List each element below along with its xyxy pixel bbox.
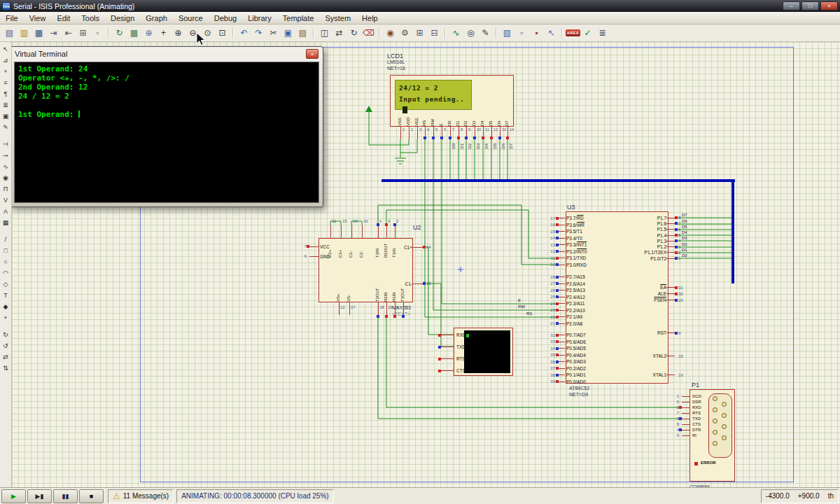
close-button[interactable]: × [820,1,838,10]
mode-button[interactable] [1,323,11,328]
subcircuit-mode[interactable]: ▣ [1,111,11,121]
pick-device-button[interactable]: ◉ [383,26,398,41]
junction-dot-mode[interactable]: + [1,66,11,76]
mirror-x-button[interactable]: ⇄ [1,351,11,362]
block-rotate-button[interactable]: ↻ [346,26,361,41]
toolbar-button[interactable] [232,27,234,38]
zoom-in-button[interactable]: ⊕ [171,26,186,41]
circle-2d-tool[interactable]: ○ [1,256,11,267]
mode-button[interactable] [1,133,11,138]
path-2d-tool[interactable]: ◇ [1,279,11,289]
redraw-button[interactable]: ↻ [112,26,127,41]
rotate-cw-button[interactable]: ↻ [1,329,11,340]
toolbar-button[interactable] [496,27,497,38]
toolbar-button[interactable] [313,27,314,38]
block-copy-button[interactable]: ◫ [317,26,332,41]
menu-item[interactable]: File [0,13,24,24]
design-explorer-button[interactable]: ▧ [500,26,514,41]
pause-button[interactable]: ▮▮ [53,489,78,503]
virtual-terminal-window[interactable]: Virtual Terminal × 1st Operand: 24Operat… [10,46,323,207]
marker-2d-tool[interactable]: + [1,312,11,323]
zoom-area-button[interactable]: ⊡ [215,26,230,41]
menu-item[interactable]: Edit [51,13,76,24]
text-script-mode[interactable]: ¶ [1,88,11,99]
import-button[interactable]: ⇥ [46,26,61,41]
terminal-close-button[interactable]: × [306,49,318,59]
mode-button[interactable] [1,228,11,233]
new-file-button[interactable]: ▤ [2,26,17,41]
generator-mode[interactable]: Π [1,183,11,194]
play-button[interactable]: ▶ [1,489,26,503]
autorouter-button[interactable]: ∿ [449,26,463,41]
property-tool-button[interactable]: ✎ [478,26,493,41]
cut-button[interactable]: ✂ [266,26,281,41]
mirror-y-button[interactable]: ⇅ [1,363,11,373]
block-delete-button[interactable]: ⌫ [361,26,376,41]
menu-item[interactable]: Design [105,13,140,24]
terminal-screen[interactable]: 1st Operand: 24Operator <+, -, *, />: /2… [14,62,319,203]
grid-toggle-button[interactable]: ▦ [127,26,141,41]
mark-area-button[interactable]: ▫ [90,26,105,41]
menu-item[interactable]: System [319,13,356,24]
export-button[interactable]: ⇤ [61,26,76,41]
device-pins-mode[interactable]: ⊸ [1,150,11,160]
undo-button[interactable]: ↶ [237,26,251,41]
maximize-button[interactable]: □ [802,1,819,10]
open-folder-button[interactable]: ▥ [17,26,31,41]
goto-sheet-button[interactable]: ↖ [544,26,559,41]
toolbar-button[interactable] [561,27,563,38]
toolbar-button[interactable] [379,27,380,38]
terminals-mode[interactable]: ⊣ [1,139,11,149]
text-2d-tool[interactable]: T [1,290,11,300]
make-device-button[interactable]: ⚙ [398,26,412,41]
wire-label-mode[interactable]: ≡ [1,77,11,88]
toolbar-button[interactable] [444,27,446,38]
menu-item[interactable]: Source [173,13,209,24]
voltage-probe-mode[interactable]: V [1,195,11,205]
current-probe-mode[interactable]: A [1,206,11,216]
block-move-button[interactable]: ⇄ [332,26,346,41]
symbol-2d-tool[interactable]: ◆ [1,301,11,312]
menu-item[interactable]: Debug [209,13,242,24]
cursor-snap-button[interactable]: + [156,26,171,41]
packaging-button[interactable]: ⊞ [412,26,427,41]
message-panel[interactable]: ⚠ 11 Message(s) [108,489,174,503]
terminal-title-bar[interactable]: Virtual Terminal × [10,47,323,61]
rotate-ccw-button[interactable]: ↺ [1,340,11,351]
tape-recorder-mode[interactable]: ◉ [1,172,11,183]
menu-item[interactable]: Library [242,13,277,24]
box-2d-tool[interactable]: □ [1,245,11,255]
origin-button[interactable]: ⊕ [141,26,156,41]
menu-item[interactable]: Tools [76,13,105,24]
virtual-instruments-mode[interactable]: ▦ [1,217,11,227]
selection-tool[interactable]: ↖ [1,43,11,54]
menu-item[interactable]: View [24,13,52,24]
graph-mode[interactable]: ∿ [1,161,11,172]
minimize-button[interactable]: – [783,1,800,10]
component-mode[interactable]: ⊿ [1,55,11,65]
ares-netlist-button[interactable]: ARES [566,26,580,41]
paste-button[interactable]: ▤ [295,26,310,41]
remove-sheet-button[interactable]: ▪ [529,26,544,41]
redo-button[interactable]: ↷ [251,26,266,41]
bill-of-materials-button[interactable]: ≣ [595,26,610,41]
menu-item[interactable]: Help [356,13,384,24]
arc-2d-tool[interactable]: ◠ [1,267,11,278]
menu-item[interactable]: Graph [140,13,173,24]
instant-edit-mode[interactable]: ✎ [1,122,11,132]
decompose-button[interactable]: ⊟ [427,26,442,41]
electrical-check-button[interactable]: ✓ [580,26,595,41]
save-button[interactable]: ▦ [31,26,46,41]
line-2d-tool[interactable]: / [1,234,11,244]
menu-item[interactable]: Template [277,13,320,24]
step-button[interactable]: ▶▮ [27,489,52,503]
toolbar-icon: ✎ [482,28,489,38]
toolbar-icon: ▣ [284,28,292,38]
bus-mode[interactable]: ≣ [1,99,11,110]
toolbar-button[interactable] [108,27,109,38]
copy-button[interactable]: ▣ [281,26,295,41]
stop-button[interactable]: ■ [79,489,104,503]
new-sheet-button[interactable]: ▫ [514,26,529,41]
print-button[interactable]: ⊞ [76,26,90,41]
search-tag-button[interactable]: ◎ [463,26,478,41]
